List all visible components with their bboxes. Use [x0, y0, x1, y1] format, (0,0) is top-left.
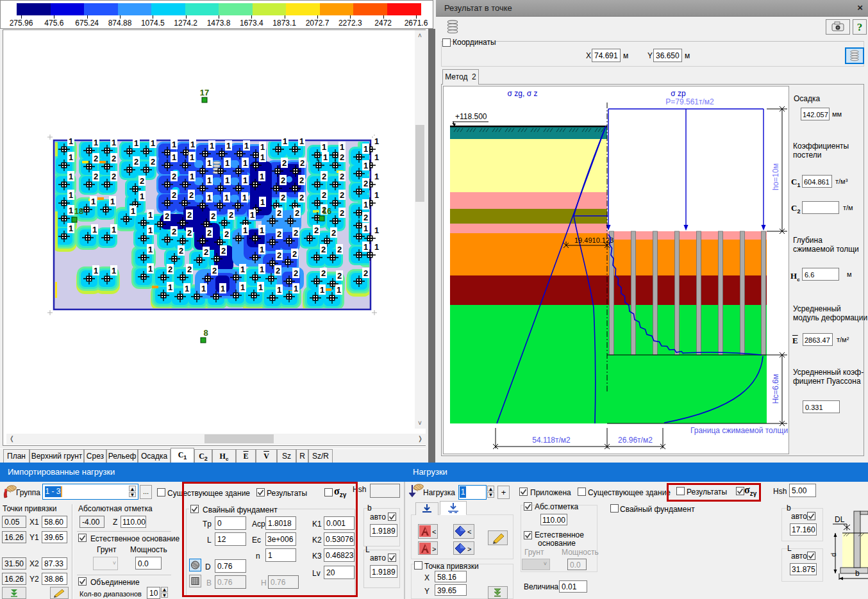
svg-text:2: 2 [299, 176, 304, 185]
svg-text:σ zg, σ z: σ zg, σ z [508, 89, 538, 98]
svg-text:Hc=6.6м: Hc=6.6м [771, 374, 780, 404]
svg-text:1: 1 [323, 152, 328, 162]
svg-text:1: 1 [172, 140, 176, 149]
svg-text:2: 2 [322, 190, 326, 200]
svg-text:18: 18 [74, 206, 83, 216]
svg-text:1: 1 [240, 265, 245, 274]
svg-text:1: 1 [299, 136, 304, 146]
svg-text:2: 2 [276, 266, 280, 275]
svg-text:2: 2 [112, 172, 116, 181]
svg-text:1: 1 [243, 176, 247, 185]
svg-text:1: 1 [260, 245, 264, 254]
svg-text:1: 1 [221, 284, 225, 293]
svg-text:2: 2 [340, 152, 344, 162]
svg-text:1: 1 [225, 176, 230, 185]
svg-text:1: 1 [374, 190, 379, 200]
svg-text:2: 2 [331, 228, 336, 238]
svg-text:2: 2 [300, 158, 305, 168]
svg-text:2: 2 [189, 190, 194, 200]
svg-text:1: 1 [374, 172, 379, 181]
svg-text:2: 2 [221, 246, 226, 256]
svg-text:2: 2 [94, 172, 98, 181]
svg-text:2: 2 [151, 157, 155, 167]
svg-text:2: 2 [363, 179, 368, 188]
svg-text:2: 2 [112, 154, 116, 163]
svg-text:1: 1 [226, 141, 231, 151]
svg-text:1: 1 [260, 142, 265, 152]
svg-text:1: 1 [112, 138, 116, 147]
svg-text:2: 2 [321, 245, 326, 254]
svg-text:1: 1 [190, 140, 195, 149]
svg-text:2: 2 [94, 154, 98, 163]
svg-text:1: 1 [140, 192, 144, 201]
svg-text:2: 2 [363, 268, 368, 278]
svg-text:1: 1 [244, 141, 249, 151]
svg-text:2: 2 [179, 246, 183, 256]
svg-text:1: 1 [243, 158, 247, 168]
svg-text:2: 2 [340, 208, 344, 218]
svg-text:Граница сжимаемой толщи: Граница сжимаемой толщи [690, 426, 788, 435]
svg-text:2: 2 [277, 250, 281, 260]
svg-text:1: 1 [363, 200, 368, 209]
svg-text:1: 1 [242, 193, 247, 202]
svg-text:1: 1 [112, 225, 116, 234]
svg-text:<: < [432, 528, 436, 536]
svg-text:+118.500: +118.500 [455, 112, 487, 121]
svg-text:1: 1 [207, 193, 212, 202]
svg-text:1: 1 [283, 136, 287, 146]
svg-text:2: 2 [168, 265, 172, 274]
svg-text:2: 2 [172, 172, 176, 181]
svg-text:1: 1 [148, 264, 153, 274]
svg-text:2: 2 [212, 266, 217, 275]
svg-text:2: 2 [134, 157, 138, 167]
svg-text:1: 1 [260, 265, 264, 274]
svg-text:2: 2 [295, 208, 299, 218]
svg-text:1: 1 [110, 197, 115, 206]
svg-text:1: 1 [320, 285, 324, 295]
svg-text:2: 2 [282, 158, 287, 168]
svg-text:2: 2 [165, 211, 169, 221]
svg-text:2: 2 [294, 268, 298, 278]
svg-text:1: 1 [260, 197, 265, 207]
svg-text:2: 2 [340, 190, 344, 200]
svg-text:1: 1 [224, 193, 229, 202]
svg-text:1: 1 [240, 283, 245, 292]
svg-text:>: > [432, 545, 436, 553]
svg-text:P=79.561т/м2: P=79.561т/м2 [665, 97, 714, 106]
svg-text:1: 1 [172, 152, 176, 162]
svg-text:2: 2 [277, 229, 281, 239]
svg-text:2: 2 [187, 228, 192, 238]
svg-text:1: 1 [260, 226, 264, 235]
svg-text:2: 2 [211, 211, 215, 221]
svg-text:1: 1 [374, 242, 379, 252]
svg-text:2: 2 [322, 172, 326, 181]
svg-text:2: 2 [277, 208, 281, 218]
svg-text:2: 2 [292, 249, 297, 259]
svg-text:1: 1 [94, 138, 98, 147]
svg-text:1: 1 [69, 190, 73, 200]
svg-text:b: b [855, 569, 860, 578]
svg-text:1: 1 [277, 285, 281, 295]
svg-text:2: 2 [337, 245, 342, 254]
svg-text:1: 1 [374, 152, 379, 162]
svg-text:1: 1 [374, 226, 379, 235]
svg-text:2: 2 [281, 193, 285, 202]
svg-text:16: 16 [322, 206, 331, 216]
svg-text:1: 1 [374, 136, 379, 146]
svg-text:2: 2 [187, 265, 192, 274]
svg-text:2: 2 [207, 228, 212, 238]
svg-text:1: 1 [363, 224, 368, 233]
svg-text:2: 2 [224, 229, 229, 239]
svg-text:54.118т/м2: 54.118т/м2 [532, 436, 571, 445]
svg-text:1: 1 [190, 172, 194, 181]
svg-text:1: 1 [69, 206, 73, 215]
svg-text:1: 1 [69, 152, 73, 162]
svg-text:1: 1 [148, 245, 153, 254]
svg-text:σ zp: σ zp [671, 89, 686, 98]
svg-text:d: d [830, 553, 837, 557]
svg-text:1: 1 [148, 210, 153, 220]
svg-text:2: 2 [363, 213, 368, 222]
svg-text:1: 1 [337, 285, 341, 295]
svg-text:2: 2 [321, 268, 326, 278]
svg-text:1: 1 [69, 224, 73, 233]
